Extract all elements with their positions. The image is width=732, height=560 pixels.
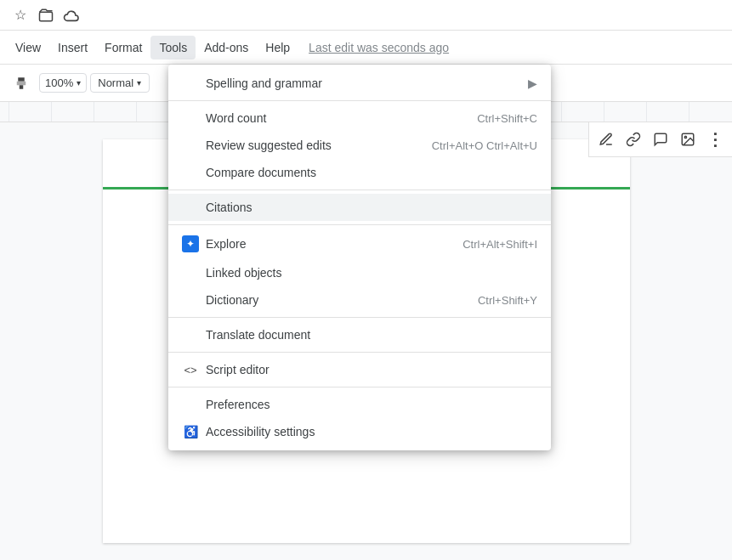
divider-6 [168, 387, 551, 387]
explore-icon: ✦ [182, 235, 199, 252]
menu-bar: View Insert Format Tools Add-ons Help La… [0, 31, 732, 65]
paint-format-btn[interactable] [7, 72, 36, 94]
zoom-selector[interactable]: 100% ▾ [39, 73, 87, 93]
svg-rect-1 [20, 85, 24, 89]
svg-rect-0 [40, 12, 53, 21]
citations-option[interactable]: Citations [168, 194, 551, 221]
folder-icon[interactable] [34, 3, 58, 27]
divider-1 [168, 100, 551, 101]
explore-label: Explore [206, 237, 246, 251]
star-icon[interactable]: ☆ [9, 3, 32, 27]
script-editor-label: Script editor [206, 363, 270, 376]
word-count-option[interactable]: Word count Ctrl+Shift+C [168, 105, 551, 132]
more-options-icon[interactable]: ⋮ [701, 126, 729, 153]
review-suggested-edits-label: Review suggested edits [206, 139, 332, 152]
word-count-shortcut: Ctrl+Shift+C [477, 112, 537, 125]
tools-dropdown-menu: Spelling and grammar ▶ Word count Ctrl+S… [168, 65, 551, 450]
right-toolbar: ⋮ [588, 122, 732, 157]
linked-objects-label: Linked objects [206, 266, 282, 280]
addons-menu[interactable]: Add-ons [196, 36, 257, 59]
cloud-icon[interactable] [60, 3, 83, 27]
divider-2 [168, 189, 551, 190]
translate-document-option[interactable]: Translate document [168, 321, 551, 348]
submenu-arrow-icon: ▶ [528, 76, 537, 90]
explore-shortcut: Ctrl+Alt+Shift+I [462, 238, 537, 251]
accessibility-settings-label: Accessibility settings [206, 425, 315, 438]
accessibility-settings-option[interactable]: ♿ Accessibility settings [168, 418, 551, 445]
divider-4 [168, 317, 551, 318]
compare-documents-option[interactable]: Compare documents [168, 159, 551, 186]
spelling-grammar-label: Spelling and grammar [206, 76, 322, 90]
script-editor-option[interactable]: <> Script editor [168, 356, 551, 383]
top-icons-bar: ☆ [0, 0, 732, 31]
explore-option[interactable]: ✦ Explore Ctrl+Alt+Shift+I [168, 229, 551, 259]
compare-documents-label: Compare documents [206, 166, 316, 179]
link-icon[interactable] [620, 126, 647, 153]
review-suggested-edits-shortcut: Ctrl+Alt+O Ctrl+Alt+U [432, 139, 537, 152]
word-count-label: Word count [206, 111, 266, 125]
preferences-label: Preferences [206, 398, 270, 411]
dictionary-option[interactable]: Dictionary Ctrl+Shift+Y [168, 286, 551, 314]
view-menu[interactable]: View [7, 36, 49, 59]
pencil-icon[interactable] [593, 126, 620, 153]
accessibility-icon: ♿ [182, 425, 199, 438]
linked-objects-option[interactable]: Linked objects [168, 259, 551, 286]
code-icon: <> [182, 364, 199, 376]
svg-point-3 [684, 136, 686, 138]
image-icon[interactable] [674, 126, 701, 153]
format-menu[interactable]: Format [96, 36, 150, 59]
help-menu[interactable]: Help [257, 36, 298, 59]
translate-document-label: Translate document [206, 328, 310, 342]
comment-icon[interactable] [647, 126, 674, 153]
dictionary-shortcut: Ctrl+Shift+Y [478, 294, 537, 307]
insert-menu[interactable]: Insert [49, 36, 96, 59]
review-suggested-edits-option[interactable]: Review suggested edits Ctrl+Alt+O Ctrl+A… [168, 132, 551, 159]
spelling-grammar-option[interactable]: Spelling and grammar ▶ [168, 70, 551, 97]
preferences-option[interactable]: Preferences [168, 391, 551, 418]
last-edit-status[interactable]: Last edit was seconds ago [309, 41, 449, 54]
divider-3 [168, 224, 551, 225]
style-selector[interactable]: Normal ▾ [90, 73, 150, 93]
dictionary-label: Dictionary [206, 293, 258, 307]
citations-label: Citations [206, 201, 252, 214]
divider-5 [168, 352, 551, 353]
tools-menu[interactable]: Tools [150, 36, 196, 59]
